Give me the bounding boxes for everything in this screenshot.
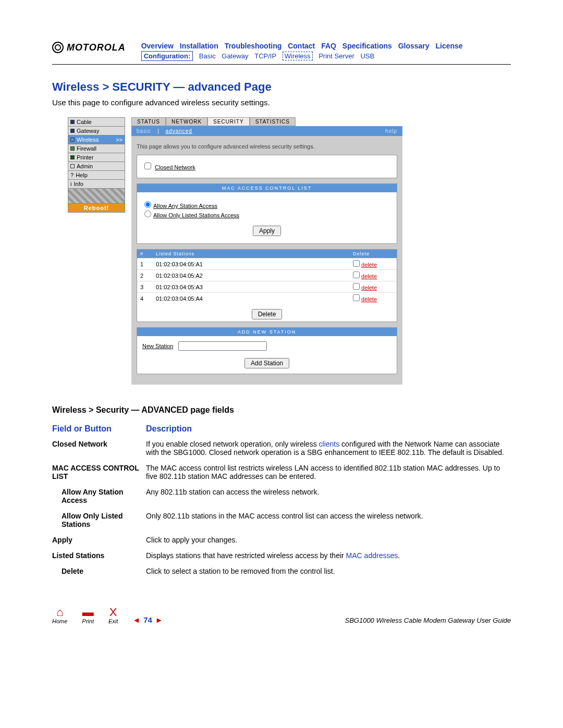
sidenav-wireless[interactable]: Wireless>>: [68, 135, 125, 144]
delete-link[interactable]: delete: [361, 296, 377, 302]
next-page-icon[interactable]: ►: [155, 615, 163, 624]
print-button[interactable]: ▬Print: [82, 607, 94, 624]
sidenav-gateway[interactable]: Gateway: [68, 126, 125, 135]
exit-icon: X: [108, 607, 118, 618]
nav-faq[interactable]: FAQ: [321, 42, 336, 50]
mac-addresses-link[interactable]: MAC addresses: [346, 551, 398, 560]
tab-status[interactable]: STATUS: [131, 117, 166, 126]
nav-troubleshooting[interactable]: Troubleshooting: [225, 42, 282, 50]
mac-access-header: MAC ACCESS CONTROL LIST: [137, 184, 397, 192]
subnav-usb[interactable]: USB: [360, 52, 374, 60]
subnav-gateway[interactable]: Gateway: [222, 52, 248, 60]
apply-button[interactable]: Apply: [253, 226, 281, 236]
nav-specifications[interactable]: Specifications: [342, 42, 392, 50]
delete-button[interactable]: Delete: [252, 309, 283, 319]
tab-statistics[interactable]: STATISTICS: [250, 117, 296, 126]
square-icon: [70, 120, 75, 124]
fields-section-title: Wireless > Security — ADVANCED page fiel…: [52, 405, 511, 415]
sidenav-admin[interactable]: Admin: [68, 162, 125, 171]
nav-installation[interactable]: Installation: [180, 42, 218, 50]
fields-col2: Description: [146, 424, 192, 434]
delete-link[interactable]: delete: [361, 262, 377, 268]
col-delete: Delete: [350, 250, 397, 258]
subnav-basic[interactable]: Basic: [199, 52, 216, 60]
panel-subtabs: basic | advanced help: [131, 126, 402, 136]
tab-network[interactable]: NETWORK: [166, 117, 207, 126]
sidenav-cable[interactable]: Cable: [68, 117, 125, 127]
config-screenshot: Cable Gateway Wireless>> Firewall Printe…: [68, 117, 511, 385]
square-icon: [70, 129, 75, 133]
home-button[interactable]: ⌂Home: [52, 607, 67, 624]
exit-button[interactable]: XExit: [108, 607, 118, 624]
pager: ◄ 74 ►: [132, 615, 163, 624]
page-number: 74: [143, 615, 152, 624]
subnav-printserver[interactable]: Print Server: [319, 52, 354, 60]
reboot-button[interactable]: Reboot!: [68, 203, 125, 213]
closed-network-checkbox[interactable]: [144, 163, 151, 169]
config-panel: STATUS NETWORK SECURITY STATISTICS basic…: [131, 117, 402, 385]
field-row-delete: Delete Click to select a station to be r…: [52, 567, 511, 575]
page-intro: Use this page to configure advanced wire…: [52, 98, 511, 107]
delete-link[interactable]: delete: [361, 273, 377, 279]
subtab-advanced[interactable]: advanced: [166, 128, 192, 134]
nav-overview[interactable]: Overview: [141, 42, 174, 50]
info-icon: i: [70, 181, 71, 187]
fields-headers: Field or Button Description: [52, 424, 511, 434]
sidenav-firewall[interactable]: Firewall: [68, 144, 125, 153]
field-row-mac-list: MAC ACCESS CONTROL LIST The MAC access c…: [52, 464, 511, 480]
nav-contact[interactable]: Contact: [288, 42, 315, 50]
delete-checkbox[interactable]: [353, 260, 360, 267]
table-row: 201:02:03:04:05:A2 delete: [137, 270, 397, 281]
subnav-tcpip[interactable]: TCP/IP: [254, 52, 276, 60]
page-title: Wireless > SECURITY — advanced Page: [52, 80, 511, 94]
sidenav-pattern: [68, 188, 125, 204]
allow-listed-radio[interactable]: [144, 211, 151, 217]
subtab-divider: |: [157, 128, 160, 134]
new-station-input[interactable]: [178, 341, 267, 351]
field-row-closed-network: Closed Network If you enable closed netw…: [52, 440, 511, 456]
stations-box: # Listed Stations Delete 101:02:03:04:05…: [137, 249, 397, 322]
footer: ⌂Home ▬Print XExit ◄ 74 ► SBG1000 Wirele…: [52, 607, 511, 624]
subtab-help[interactable]: help: [385, 128, 397, 134]
sub-nav: Configuration: Basic Gateway TCP/IP Wire…: [141, 52, 511, 60]
tab-security[interactable]: SECURITY: [207, 117, 250, 126]
chevron-right-icon: >>: [116, 137, 123, 143]
add-station-button[interactable]: Add Station: [244, 358, 289, 368]
sidenav-help[interactable]: ?Help: [68, 170, 125, 180]
print-icon: ▬: [82, 607, 94, 618]
subnav-wireless[interactable]: Wireless: [283, 52, 313, 60]
logo-text: MOTOROLA: [67, 42, 126, 53]
allow-any-radio[interactable]: [144, 201, 151, 208]
top-nav: Overview Installation Troubleshooting Co…: [141, 42, 511, 50]
home-icon: ⌂: [52, 607, 67, 618]
field-row-apply: Apply Click to apply your changes.: [52, 536, 511, 544]
panel-tabs: STATUS NETWORK SECURITY STATISTICS: [131, 117, 402, 126]
nav-glossary[interactable]: Glossary: [398, 42, 430, 50]
add-station-header: ADD NEW STATION: [137, 328, 397, 336]
sidenav-printer[interactable]: Printer: [68, 153, 125, 162]
field-row-allow-any: Allow Any Station Access Any 802.11b sta…: [52, 488, 511, 504]
subtab-basic[interactable]: basic: [137, 128, 151, 134]
sidenav-info[interactable]: iInfo: [68, 179, 125, 189]
mac-access-box: MAC ACCESS CONTROL LIST Allow Any Statio…: [137, 183, 397, 244]
delete-link[interactable]: delete: [361, 285, 377, 291]
subnav-label: Configuration:: [141, 51, 193, 61]
question-icon: ?: [70, 172, 74, 178]
clients-link[interactable]: clients: [319, 440, 340, 448]
delete-checkbox[interactable]: [353, 272, 360, 278]
field-row-allow-listed: Allow Only Listed Stations Only 802.11b …: [52, 512, 511, 528]
table-row: 101:02:03:04:05:A1 delete: [137, 258, 397, 270]
square-icon: [70, 146, 75, 151]
sidenav: Cable Gateway Wireless>> Firewall Printe…: [68, 117, 125, 385]
prev-page-icon[interactable]: ◄: [132, 615, 140, 624]
square-icon: [70, 155, 75, 159]
new-station-label: New Station: [142, 343, 173, 349]
delete-checkbox[interactable]: [353, 283, 360, 290]
delete-checkbox[interactable]: [353, 294, 360, 301]
header: MOTOROLA Overview Installation Troublesh…: [52, 42, 511, 60]
stations-table: # Listed Stations Delete 101:02:03:04:05…: [137, 250, 397, 304]
header-divider: [52, 64, 511, 65]
fields-col1: Field or Button: [52, 424, 146, 434]
square-icon: [70, 138, 75, 142]
nav-license[interactable]: License: [436, 42, 463, 50]
